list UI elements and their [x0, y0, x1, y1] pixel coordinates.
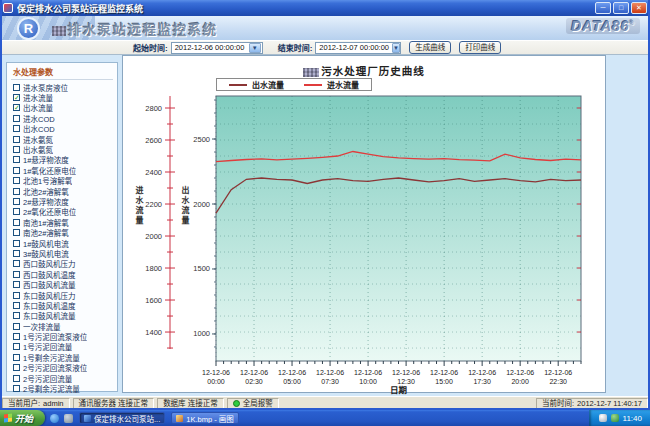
taskbar-task-button[interactable]: 1K.bmp - 画图 [171, 412, 239, 424]
checkbox-icon[interactable] [13, 281, 20, 288]
parameter-item[interactable]: 西口鼓风机温度 [11, 269, 113, 279]
parameter-item[interactable]: 东口鼓风机压力 [11, 290, 113, 300]
parameter-item[interactable]: 南池2#溶解氧 [11, 227, 113, 237]
start-button[interactable]: 开始 [0, 410, 45, 426]
parameter-item[interactable]: 1#悬浮物浓度 [11, 155, 113, 165]
parameter-label: 出水COD [23, 123, 55, 134]
parameter-item[interactable]: ✓出水流量 [11, 103, 113, 113]
status-bar: 当前用户: admin 通讯服务器 连接正常 数据库 连接正常 全局报警 当前时… [0, 396, 650, 410]
parameter-label: 一次排流量 [23, 321, 61, 332]
parameter-label: 进水COD [23, 113, 55, 124]
checkbox-icon[interactable] [13, 167, 20, 174]
parameter-item[interactable]: 西口鼓风机流量 [11, 279, 113, 289]
chevron-down-icon[interactable]: ▼ [392, 43, 400, 53]
checkbox-icon[interactable] [13, 302, 20, 309]
parameter-item[interactable]: 东口鼓风机温度 [11, 300, 113, 310]
end-time-select[interactable]: 2012-12-07 00:00:00 ▼ [315, 42, 401, 54]
parameter-item[interactable]: 2号污泥回流量 [11, 373, 113, 383]
print-curve-button[interactable]: 打印曲线 [459, 41, 501, 54]
checkbox-icon[interactable] [13, 84, 20, 91]
svg-text:2000: 2000 [193, 200, 210, 209]
checkbox-icon[interactable] [13, 292, 20, 299]
checkbox-icon[interactable] [13, 136, 20, 143]
parameter-item[interactable]: 2#氧化还原电位 [11, 207, 113, 217]
checkbox-icon[interactable] [13, 333, 20, 340]
svg-text:12-12-06: 12-12-06 [392, 369, 420, 376]
svg-text:12-12-06: 12-12-06 [430, 369, 458, 376]
brand-logo: DATA86® [566, 18, 640, 34]
checkbox-icon[interactable] [13, 188, 20, 195]
parameter-item[interactable]: 北池1号溶解氧 [11, 176, 113, 186]
parameter-item[interactable]: 出水COD [11, 124, 113, 134]
parameter-item[interactable]: 南池1#溶解氧 [11, 217, 113, 227]
minimize-button[interactable]: ─ [595, 2, 611, 14]
parameter-item[interactable]: 1#鼓风机电流 [11, 238, 113, 248]
checkbox-icon[interactable] [13, 229, 20, 236]
alarm-label: 全局报警 [243, 399, 273, 408]
checkbox-icon[interactable] [13, 250, 20, 257]
checkbox-icon[interactable] [13, 323, 20, 330]
checkbox-icon[interactable] [13, 364, 20, 371]
checkbox-icon[interactable] [13, 240, 20, 247]
quick-launch-desktop-icon[interactable] [64, 414, 73, 423]
checkbox-icon[interactable] [13, 198, 20, 205]
checkbox-icon[interactable] [13, 146, 20, 153]
parameter-item[interactable]: 3#鼓风机电流 [11, 248, 113, 258]
parameter-item[interactable]: 一次排流量 [11, 321, 113, 331]
checkbox-icon[interactable] [13, 219, 20, 226]
checkbox-icon[interactable] [13, 271, 20, 278]
generate-curve-button[interactable]: 生成曲线 [409, 41, 451, 54]
parameter-item[interactable]: 1号污泥回流量 [11, 342, 113, 352]
checkbox-icon[interactable] [13, 115, 20, 122]
parameter-item[interactable]: 西口鼓风机压力 [11, 259, 113, 269]
parameter-label: 北池1号溶解氧 [23, 175, 72, 186]
status-user: 当前用户: admin [2, 398, 70, 409]
checkbox-icon[interactable] [13, 354, 20, 361]
taskbar-task-button[interactable]: 保定排水公司泵站... [79, 412, 165, 424]
start-time-select[interactable]: 2012-12-06 00:00:00 ▼ [171, 42, 263, 54]
parameter-item[interactable]: 2号污泥回流泵液位 [11, 363, 113, 373]
tray-shield-icon[interactable] [611, 414, 619, 422]
parameter-item[interactable]: ✓进水流量 [11, 92, 113, 102]
parameter-item[interactable]: 1号污泥回流泵液位 [11, 331, 113, 341]
parameter-label: 2号污泥回流泵液位 [23, 362, 87, 373]
parameter-item[interactable]: 1号剩余污泥流量 [11, 352, 113, 362]
checkbox-icon[interactable] [13, 343, 20, 350]
parameter-label: 1#氧化还原电位 [23, 165, 76, 176]
quick-launch-browser-icon[interactable] [50, 414, 59, 423]
task-button-list: 保定排水公司泵站...1K.bmp - 画图 [73, 412, 239, 424]
checkbox-icon[interactable] [13, 260, 20, 267]
group-divider [11, 79, 113, 80]
svg-text:1400: 1400 [145, 328, 162, 337]
parameter-item[interactable]: 2#悬浮物浓度 [11, 196, 113, 206]
checkbox-icon[interactable] [13, 375, 20, 382]
checkbox-icon[interactable] [13, 312, 20, 319]
checkbox-checked-icon[interactable]: ✓ [13, 104, 20, 111]
checkbox-icon[interactable] [13, 125, 20, 132]
parameter-item[interactable]: 进水氨氮 [11, 134, 113, 144]
parameter-item[interactable]: 北池2#溶解氧 [11, 186, 113, 196]
parameter-label: 进水流量 [23, 92, 53, 103]
chevron-down-icon[interactable]: ▼ [249, 43, 261, 53]
checkbox-checked-icon[interactable]: ✓ [13, 94, 20, 101]
parameter-list: 进水泵房液位✓进水流量✓出水流量进水COD出水COD进水氨氮出水氨氮1#悬浮物浓… [11, 82, 113, 394]
system-tray: 11:40 [589, 410, 650, 426]
checkbox-icon[interactable] [13, 208, 20, 215]
checkbox-icon[interactable] [13, 177, 20, 184]
parameter-label: 1号污泥回流量 [23, 341, 72, 352]
history-chart-panel: 污水处理厂历史曲线 出水流量进水流量 进水流量 出水流量 14001600180… [122, 55, 606, 393]
svg-text:2500: 2500 [193, 135, 210, 144]
parameter-item[interactable]: 2号剩余污泥流量 [11, 383, 113, 393]
close-button[interactable]: ✕ [631, 2, 647, 14]
alarm-led-icon [233, 400, 240, 407]
parameter-item[interactable]: 1#氧化还原电位 [11, 165, 113, 175]
parameter-item[interactable]: 进水泵房液位 [11, 82, 113, 92]
maximize-button[interactable]: □ [613, 2, 629, 14]
checkbox-icon[interactable] [13, 385, 20, 392]
parameter-item[interactable]: 出水氨氮 [11, 144, 113, 154]
parameter-item[interactable]: 进水COD [11, 113, 113, 123]
parameter-item[interactable]: 东口鼓风机流量 [11, 311, 113, 321]
checkbox-icon[interactable] [13, 156, 20, 163]
tray-volume-icon[interactable] [599, 414, 607, 422]
app-heading: 排水泵站远程监控系统 [52, 19, 218, 38]
